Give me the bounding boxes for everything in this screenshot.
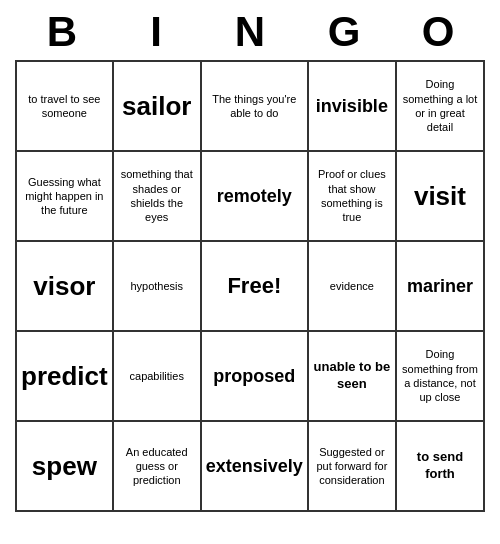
cell-0-4[interactable]: Doing something a lot or in great detail: [397, 62, 485, 152]
cell-4-3[interactable]: Suggested or put forward for considerati…: [309, 422, 397, 512]
letter-b: B: [18, 8, 106, 56]
cell-2-3[interactable]: evidence: [309, 242, 397, 332]
cell-3-2[interactable]: proposed: [202, 332, 309, 422]
cell-0-2[interactable]: The things you're able to do: [202, 62, 309, 152]
cell-4-4[interactable]: to send forth: [397, 422, 485, 512]
cell-0-1[interactable]: sailor: [114, 62, 202, 152]
cell-4-1[interactable]: An educated guess or prediction: [114, 422, 202, 512]
cell-1-0[interactable]: Guessing what might happen in the future: [17, 152, 114, 242]
cell-1-3[interactable]: Proof or clues that show something is tr…: [309, 152, 397, 242]
letter-o: O: [394, 8, 482, 56]
cell-1-1[interactable]: something that shades or shields the eye…: [114, 152, 202, 242]
bingo-grid: to travel to see someone sailor The thin…: [15, 60, 485, 512]
cell-2-2[interactable]: Free!: [202, 242, 309, 332]
cell-2-1[interactable]: hypothesis: [114, 242, 202, 332]
letter-g: G: [300, 8, 388, 56]
cell-3-4[interactable]: Doing something from a distance, not up …: [397, 332, 485, 422]
cell-0-0[interactable]: to travel to see someone: [17, 62, 114, 152]
cell-1-2[interactable]: remotely: [202, 152, 309, 242]
bingo-title: B I N G O: [15, 0, 485, 60]
letter-i: I: [112, 8, 200, 56]
cell-4-2[interactable]: extensively: [202, 422, 309, 512]
cell-3-0[interactable]: predict: [17, 332, 114, 422]
letter-n: N: [206, 8, 294, 56]
cell-4-0[interactable]: spew: [17, 422, 114, 512]
cell-3-3[interactable]: unable to be seen: [309, 332, 397, 422]
cell-3-1[interactable]: capabilities: [114, 332, 202, 422]
cell-1-4[interactable]: visit: [397, 152, 485, 242]
cell-2-4[interactable]: mariner: [397, 242, 485, 332]
cell-2-0[interactable]: visor: [17, 242, 114, 332]
cell-0-3[interactable]: invisible: [309, 62, 397, 152]
